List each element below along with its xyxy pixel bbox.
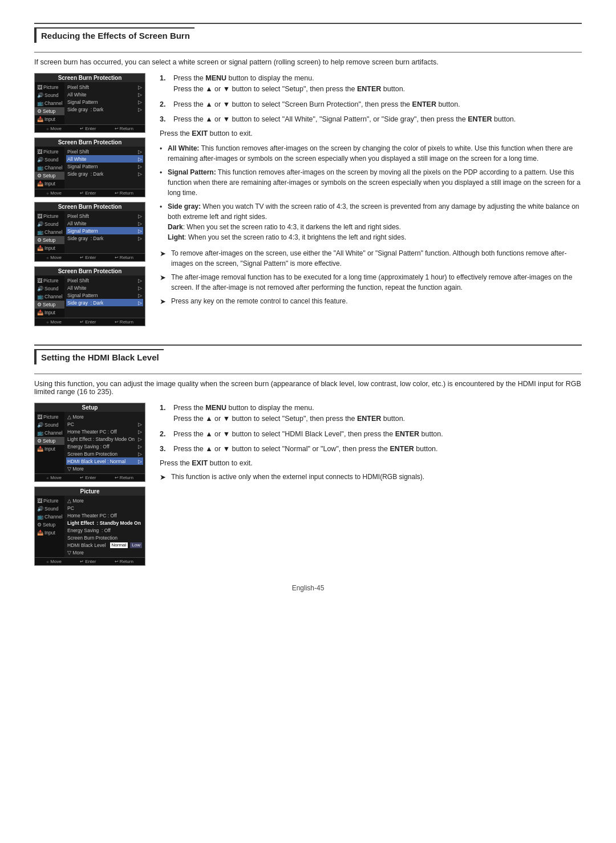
hdmi-menu2-black-level: HDMI Black Level Normal Low: [66, 541, 143, 549]
menu2-pixel-shift: Pixel Shift▷: [66, 148, 143, 155]
sidebar-input: 📥Input: [35, 115, 64, 123]
section2-intro: Using this function, you can adjust the …: [34, 380, 582, 396]
menu-all-white: All White▷: [66, 91, 143, 98]
hdmi-screen1-body: 🖼Picture 🔊Sound 📺Channel ⚙Setup 📥Input △…: [35, 412, 145, 473]
hdmi-sidebar1-sound: 🔊Sound: [35, 421, 64, 429]
menu2-all-white: All White▷: [66, 155, 143, 163]
hdmi-sidebar1-picture: 🖼Picture: [35, 413, 64, 421]
hdmi-note1: ➤ This function is active only when the …: [160, 472, 582, 483]
hdmi-screen1-sidebar: 🖼Picture 🔊Sound 📺Channel ⚙Setup 📥Input: [35, 412, 64, 473]
hdmi-menu2-light: Light Effect : Standby Mode On: [66, 519, 143, 526]
section1-content: Screen Burn Protection 🖼Picture 🔊Sound 📺…: [34, 73, 582, 326]
hdmi-menu1-more-up: △ More: [66, 413, 143, 420]
hdmi-menu1-pc: PC▷: [66, 420, 143, 428]
tv-screen-1: Screen Burn Protection 🖼Picture 🔊Sound 📺…: [34, 73, 145, 133]
hdmi-sidebar2-setup: ⚙Setup: [35, 521, 64, 529]
tv-screen3-body: 🖼Picture 🔊Sound 📺Channel ⚙Setup 📥Input P…: [35, 211, 145, 253]
menu-pixel-shift: Pixel Shift▷: [66, 83, 143, 91]
tv-screen3-sidebar: 🖼Picture 🔊Sound 📺Channel ⚙Setup 📥Input: [35, 211, 64, 253]
tv-screen1-footer: ⬦ Move↵ Enter↩ Return: [35, 124, 145, 132]
tv-screen4-header: Screen Burn Protection: [35, 267, 145, 275]
section1-intro: If screen burn has occurred, you can sel…: [34, 58, 582, 66]
tv-screen-3: Screen Burn Protection 🖼Picture 🔊Sound 📺…: [34, 202, 145, 262]
section1-bullets: • All White: This function removes after…: [160, 143, 582, 242]
menu-side-gray: Side gray : Dark▷: [66, 106, 143, 113]
section2-exit-note: Press the EXIT button to exit.: [160, 459, 582, 467]
hdmi-sidebar2-picture: 🖼Picture: [35, 497, 64, 505]
menu4-side-gray: Side gray : Dark▷: [66, 299, 143, 306]
menu-signal-pattern: Signal Pattern▷: [66, 98, 143, 106]
page-number: English-45: [34, 584, 582, 592]
section1-title-bar: Reducing the Effects of Screen Burn: [34, 23, 582, 48]
tv-screen2-sidebar: 🖼Picture 🔊Sound 📺Channel ⚙Setup 📥Input: [35, 147, 64, 189]
menu3-pixel-shift: Pixel Shift▷: [66, 212, 143, 220]
hdmi-menu1-screen-burn: Screen Burn Protection▷: [66, 450, 143, 457]
note1-1: ➤ To remove after-images on the screen, …: [160, 248, 582, 269]
sidebar4-setup: ⚙Setup: [35, 301, 64, 309]
sidebar2-channel: 📺Channel: [35, 164, 64, 172]
hdmi-screen2-body: 🖼Picture 🔊Sound 📺Channel ⚙Setup 📥Input △…: [35, 496, 145, 557]
hdmi-screen2-header: Picture: [35, 487, 145, 496]
tv-screen4-sidebar: 🖼Picture 🔊Sound 📺Channel ⚙Setup 📥Input: [35, 275, 64, 318]
hdmi-tv-screen-2: Picture 🖼Picture 🔊Sound 📺Channel ⚙Setup …: [34, 487, 145, 566]
hdmi-menu2-screen-burn: Screen Burn Protection: [66, 534, 143, 541]
tv-screen-2: Screen Burn Protection 🖼Picture 🔊Sound 📺…: [34, 137, 145, 197]
tv-screen2-header: Screen Burn Protection: [35, 138, 145, 147]
note1-3: ➤ Press any key on the remote control to…: [160, 296, 582, 307]
tv-screen1-sidebar: 🖼Picture 🔊Sound 📺Channel ⚙Setup 📥Input: [35, 82, 64, 124]
hdmi-menu2-energy: Energy Saving : Off: [66, 526, 143, 534]
tv-screen-4: Screen Burn Protection 🖼Picture 🔊Sound 📺…: [34, 266, 145, 326]
sidebar4-picture: 🖼Picture: [35, 277, 64, 285]
tv-screen3-footer: ⬦ Move↵ Enter↩ Return: [35, 253, 145, 261]
hdmi-tv-screen-1: Setup 🖼Picture 🔊Sound 📺Channel ⚙Setup 📥I…: [34, 403, 145, 482]
menu4-pixel-shift: Pixel Shift▷: [66, 277, 143, 284]
sidebar2-picture: 🖼Picture: [35, 148, 64, 156]
tv-screen4-footer: ⬦ Move↵ Enter↩ Return: [35, 318, 145, 326]
sidebar3-picture: 🖼Picture: [35, 212, 64, 220]
hdmi-menu1-black-level: HDMI Black Level : Normal▷: [66, 457, 143, 465]
sidebar4-channel: 📺Channel: [35, 293, 64, 301]
section1-title: Reducing the Effects of Screen Burn: [34, 27, 194, 43]
tv-screen3-main: Pixel Shift▷ All White▷ Signal Pattern▷ …: [64, 211, 145, 253]
tv-screen1-header: Screen Burn Protection: [35, 74, 145, 82]
section2-steps: 1. Press the MENU button to display the …: [160, 403, 582, 455]
tv-screen3-header: Screen Burn Protection: [35, 202, 145, 211]
hdmi-menu2-htpc: Home Theater PC : Off: [66, 512, 143, 519]
hdmi-menu2-more-down: ▽ More: [66, 549, 143, 556]
sidebar3-setup: ⚙Setup: [35, 236, 64, 244]
section1-exit-note: Press the EXIT button to exit.: [160, 129, 582, 137]
hdmi-menu2-pc: PC: [66, 504, 143, 512]
note1-2: ➤ The after-image removal function has t…: [160, 272, 582, 293]
tv-screen4-body: 🖼Picture 🔊Sound 📺Channel ⚙Setup 📥Input P…: [35, 275, 145, 318]
hdmi-sidebar2-input: 📥Input: [35, 529, 64, 537]
sidebar3-sound: 🔊Sound: [35, 220, 64, 228]
tv-screen4-main: Pixel Shift▷ All White▷ Signal Pattern▷ …: [64, 275, 145, 318]
sidebar4-input: 📥Input: [35, 309, 64, 317]
tv-screen2-body: 🖼Picture 🔊Sound 📺Channel ⚙Setup 📥Input P…: [35, 147, 145, 189]
section1-screens: Screen Burn Protection 🖼Picture 🔊Sound 📺…: [34, 73, 148, 326]
sidebar2-setup: ⚙Setup: [35, 172, 64, 180]
hdmi-step3: 3. Press the ▲ or ▼ button to select "No…: [160, 444, 582, 455]
menu2-signal-pattern: Signal Pattern▷: [66, 163, 143, 170]
hdmi-sidebar2-channel: 📺Channel: [35, 513, 64, 521]
hdmi-menu1-more-down: ▽ More: [66, 465, 143, 472]
menu3-side-gray: Side gray : Dark▷: [66, 234, 143, 242]
sidebar-sound: 🔊Sound: [35, 91, 64, 99]
sidebar3-input: 📥Input: [35, 244, 64, 252]
sidebar2-sound: 🔊Sound: [35, 156, 64, 164]
tv-screen2-main: Pixel Shift▷ All White▷ Signal Pattern▷ …: [64, 147, 145, 189]
hdmi-sidebar1-channel: 📺Channel: [35, 429, 64, 437]
hdmi-menu1-htpc: Home Theater PC : Off▷: [66, 428, 143, 435]
section2-screens: Setup 🖼Picture 🔊Sound 📺Channel ⚙Setup 📥I…: [34, 403, 148, 566]
hdmi-screen2-footer: ⬦ Move↵ Enter↩ Return: [35, 557, 145, 565]
menu4-signal-pattern: Signal Pattern▷: [66, 291, 143, 299]
step1-2: 2. Press the ▲ or ▼ button to select "Sc…: [160, 99, 582, 110]
menu2-side-gray: Side gray : Dark▷: [66, 170, 143, 177]
bullet-all-white: • All White: This function removes after…: [160, 143, 582, 164]
bullet-side-gray: • Side gray: When you watch TV with the …: [160, 201, 582, 242]
step1-3: 3. Press the ▲ or ▼ button to select "Al…: [160, 114, 582, 125]
hdmi-step2: 2. Press the ▲ or ▼ button to select "HD…: [160, 429, 582, 440]
hdmi-menu1-energy: Energy Saving : Off▷: [66, 443, 143, 450]
section-hdmi: Setting the HDMI Black Level Using this …: [34, 345, 582, 566]
section1-instructions: 1. Press the MENU button to display the …: [160, 73, 582, 326]
